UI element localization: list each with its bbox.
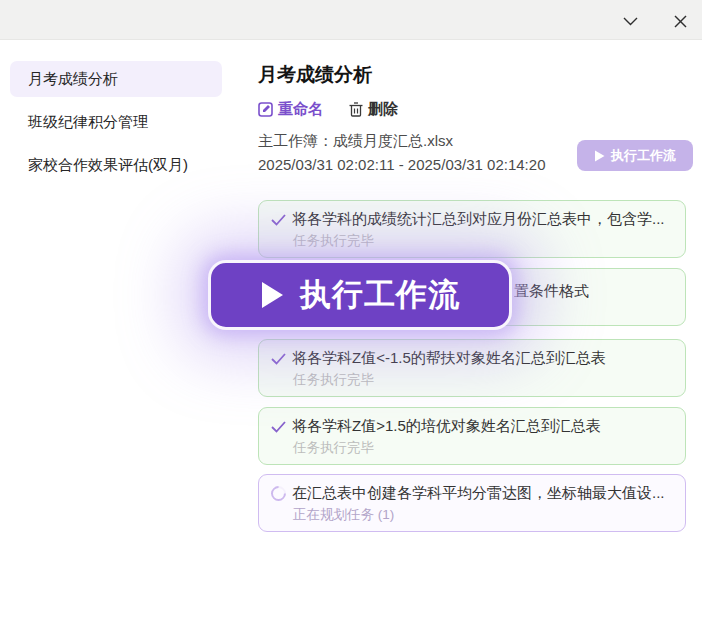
- task-text: 将各学科Z值<-1.5的帮扶对象姓名汇总到汇总表: [292, 349, 606, 368]
- titlebar: [0, 0, 702, 40]
- close-icon: [674, 15, 687, 28]
- task-status: 任务执行完毕: [293, 232, 673, 250]
- task-status: 任务执行完毕: [293, 371, 673, 389]
- task-card-3[interactable]: 将各学科Z值<-1.5的帮扶对象姓名汇总到汇总表 任务执行完毕: [258, 339, 686, 397]
- edit-pencil-icon: [258, 102, 273, 117]
- delete-label: 删除: [368, 100, 398, 119]
- play-icon: [594, 150, 605, 162]
- check-icon: [271, 353, 286, 365]
- page-title: 月考成绩分析: [258, 62, 686, 88]
- execute-workflow-button[interactable]: 执行工作流: [577, 140, 693, 171]
- main-content: 月考成绩分析 重命名 删除 主工作簿：成绩月度汇总.x: [258, 62, 686, 173]
- execute-workflow-overlay-label: 执行工作流: [300, 274, 460, 316]
- delete-button[interactable]: 删除: [349, 100, 398, 119]
- play-icon: [260, 281, 284, 309]
- task-text: 置条件格式: [514, 282, 589, 301]
- sidebar-item-class-discipline-points[interactable]: 班级纪律积分管理: [10, 104, 222, 140]
- task-card-4[interactable]: 将各学科Z值>1.5的培优对象姓名汇总到汇总表 任务执行完毕: [258, 407, 686, 465]
- sidebar-item-monthly-exam-analysis[interactable]: 月考成绩分析: [10, 61, 222, 97]
- sidebar-item-home-school-evaluation[interactable]: 家校合作效果评估(双月): [10, 147, 222, 183]
- check-icon: [271, 421, 286, 433]
- sidebar-item-label: 家校合作效果评估(双月): [28, 156, 188, 175]
- execute-workflow-label: 执行工作流: [611, 147, 676, 165]
- rename-button[interactable]: 重命名: [258, 100, 323, 119]
- sidebar: 月考成绩分析 班级纪律积分管理 家校合作效果评估(双月): [10, 61, 222, 190]
- collapse-button[interactable]: [616, 8, 644, 34]
- close-button[interactable]: [666, 8, 694, 34]
- sidebar-item-label: 班级纪律积分管理: [28, 113, 148, 132]
- task-text: 将各学科的成绩统计汇总到对应月份汇总表中，包含学...: [292, 210, 665, 229]
- task-text: 将各学科Z值>1.5的培优对象姓名汇总到汇总表: [292, 417, 601, 436]
- check-icon: [271, 214, 286, 226]
- workflow-panel: 月考成绩分析 班级纪律积分管理 家校合作效果评估(双月) 月考成绩分析 重命名: [0, 0, 702, 626]
- rename-label: 重命名: [278, 100, 323, 119]
- chevron-down-icon: [623, 17, 638, 26]
- header-actions: 重命名 删除: [258, 100, 686, 119]
- trash-icon: [349, 102, 363, 117]
- execute-workflow-overlay-button[interactable]: 执行工作流: [208, 260, 512, 330]
- task-card-5[interactable]: 在汇总表中创建各学科平均分雷达图，坐标轴最大值设... 正在规划任务 (1): [258, 474, 686, 532]
- task-card-1[interactable]: 将各学科的成绩统计汇总到对应月份汇总表中，包含学... 任务执行完毕: [258, 200, 686, 258]
- loading-spinner-icon: [268, 483, 289, 504]
- task-status: 正在规划任务 (1): [293, 506, 673, 524]
- sidebar-item-label: 月考成绩分析: [28, 70, 118, 89]
- task-text: 在汇总表中创建各学科平均分雷达图，坐标轴最大值设...: [292, 484, 665, 503]
- task-status: 任务执行完毕: [293, 439, 673, 457]
